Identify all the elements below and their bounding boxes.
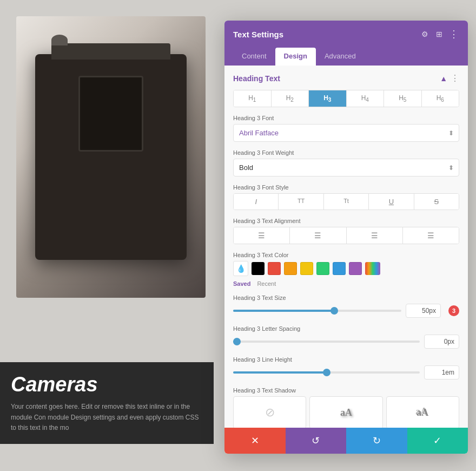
align-justify-btn[interactable]: ☰ bbox=[403, 227, 459, 244]
font-select-wrapper: Abril Fatface bbox=[233, 124, 459, 142]
alignment-label: Heading 3 Text Alignment bbox=[233, 218, 459, 224]
line-height-slider-with-value bbox=[233, 365, 459, 380]
cancel-button[interactable]: ✕ bbox=[224, 428, 286, 454]
h5-tab[interactable]: H5 bbox=[384, 90, 422, 107]
font-style-buttons: I TT Tt U S bbox=[233, 193, 459, 210]
canvas-text-area: Cameras Your content goes here. Edit or … bbox=[0, 362, 214, 444]
shadow-options-grid: ⊘ aA aA aA aA aA bbox=[233, 396, 459, 428]
style-underline-btn[interactable]: U bbox=[369, 194, 414, 210]
shadow-none-option[interactable]: ⊘ bbox=[233, 396, 306, 428]
color-green[interactable] bbox=[316, 262, 329, 275]
font-label: Heading 3 Font bbox=[233, 115, 459, 121]
align-right-btn[interactable]: ☰ bbox=[347, 227, 403, 244]
more-icon-btn[interactable]: ⋮ bbox=[449, 28, 459, 40]
line-height-track[interactable] bbox=[233, 371, 420, 374]
header-icons: ⚙ ⊞ ⋮ bbox=[420, 28, 459, 40]
settings-icon-btn[interactable]: ⚙ bbox=[420, 29, 429, 39]
line-height-slider-row bbox=[233, 365, 459, 380]
color-swatches-row: 💧 bbox=[233, 261, 459, 276]
eyedropper-btn[interactable]: 💧 bbox=[233, 261, 248, 276]
redo-button[interactable]: ↻ bbox=[346, 428, 407, 454]
font-select[interactable]: Abril Fatface bbox=[233, 124, 459, 142]
section-more-icon[interactable]: ⋮ bbox=[451, 73, 459, 83]
style-label: Heading 3 Font Style bbox=[233, 184, 459, 191]
tab-content[interactable]: Content bbox=[233, 48, 275, 66]
heading-text-section-header: Heading Text ▲ ⋮ bbox=[233, 73, 459, 83]
canvas-background bbox=[16, 16, 206, 298]
action-bar: ✕ ↺ ↻ ✓ bbox=[224, 428, 468, 454]
size-slider-track[interactable] bbox=[233, 310, 401, 312]
h3-tab[interactable]: H3 bbox=[309, 90, 347, 107]
color-blue[interactable] bbox=[333, 262, 346, 275]
alignment-buttons: ☰ ☰ ☰ ☰ bbox=[233, 227, 459, 244]
canvas-body: Your content goes here. Edit or remove t… bbox=[11, 402, 203, 433]
undo-button[interactable]: ↺ bbox=[286, 428, 347, 454]
weight-select-wrapper: Bold bbox=[233, 159, 459, 176]
line-height-input[interactable] bbox=[424, 365, 459, 380]
color-purple[interactable] bbox=[349, 262, 362, 275]
save-button[interactable]: ✓ bbox=[407, 428, 468, 454]
size-label: Heading 3 Text Size bbox=[233, 295, 459, 301]
gradient-btn[interactable] bbox=[365, 262, 380, 275]
color-black[interactable] bbox=[252, 262, 265, 275]
h1-tab[interactable]: H1 bbox=[234, 90, 272, 107]
letter-spacing-slider-with-value bbox=[233, 335, 459, 349]
size-badge: 3 bbox=[448, 305, 459, 316]
weight-select[interactable]: Bold bbox=[233, 159, 459, 176]
shadow-label: Heading 3 Text Shadow bbox=[233, 387, 459, 394]
h4-tab[interactable]: H4 bbox=[347, 90, 385, 107]
shadow-1-option[interactable]: aA bbox=[309, 396, 382, 428]
layout-icon-btn[interactable]: ⊞ bbox=[435, 29, 444, 39]
letter-spacing-slider-row bbox=[233, 335, 459, 349]
settings-panel: Text Settings ⚙ ⊞ ⋮ Content Design Advan… bbox=[224, 21, 468, 454]
saved-colors-tab[interactable]: Saved bbox=[233, 280, 250, 287]
size-slider-row: 3 bbox=[233, 304, 459, 318]
color-red[interactable] bbox=[268, 262, 281, 275]
align-left-btn[interactable]: ☰ bbox=[234, 227, 290, 244]
letter-spacing-track[interactable] bbox=[233, 341, 420, 343]
tab-bar: Content Design Advanced bbox=[224, 48, 468, 66]
heading-level-tabs: H1 H2 H3 H4 H5 H6 bbox=[233, 90, 459, 107]
chevron-up-icon[interactable]: ▲ bbox=[440, 74, 447, 83]
h6-tab[interactable]: H6 bbox=[422, 90, 459, 107]
weight-label: Heading 3 Font Weight bbox=[233, 149, 459, 156]
h2-tab[interactable]: H2 bbox=[272, 90, 309, 107]
style-italic-btn[interactable]: I bbox=[234, 194, 279, 210]
align-center-btn[interactable]: ☰ bbox=[290, 227, 346, 244]
canvas-heading: Cameras bbox=[11, 373, 203, 396]
style-allcaps-btn[interactable]: TT bbox=[279, 194, 323, 210]
panel-content: Heading Text ▲ ⋮ H1 H2 H3 H4 H5 H6 Headi… bbox=[224, 66, 468, 428]
tab-advanced[interactable]: Advanced bbox=[316, 48, 365, 66]
panel-header: Text Settings ⚙ ⊞ ⋮ bbox=[224, 21, 468, 48]
color-orange[interactable] bbox=[284, 262, 297, 275]
color-tabs: Saved Recent bbox=[233, 280, 459, 287]
color-yellow[interactable] bbox=[300, 262, 313, 275]
size-slider-with-value: 3 bbox=[233, 304, 459, 318]
line-height-label: Heading 3 Line Height bbox=[233, 356, 459, 363]
section-actions: ▲ ⋮ bbox=[440, 73, 459, 83]
tab-design[interactable]: Design bbox=[275, 48, 316, 66]
letter-spacing-label: Heading 3 Letter Spacing bbox=[233, 325, 459, 332]
color-label: Heading 3 Text Color bbox=[233, 252, 459, 258]
shadow-2-option[interactable]: aA bbox=[386, 396, 459, 428]
heading-text-title: Heading Text bbox=[233, 74, 280, 83]
panel-title: Text Settings bbox=[233, 30, 283, 39]
camera-image bbox=[35, 54, 187, 260]
recent-colors-tab[interactable]: Recent bbox=[257, 280, 276, 287]
letter-spacing-input[interactable] bbox=[424, 335, 459, 349]
style-strikethrough-btn[interactable]: S bbox=[414, 194, 459, 210]
size-value-input[interactable] bbox=[406, 304, 441, 318]
style-titlecase-btn[interactable]: Tt bbox=[324, 194, 369, 210]
